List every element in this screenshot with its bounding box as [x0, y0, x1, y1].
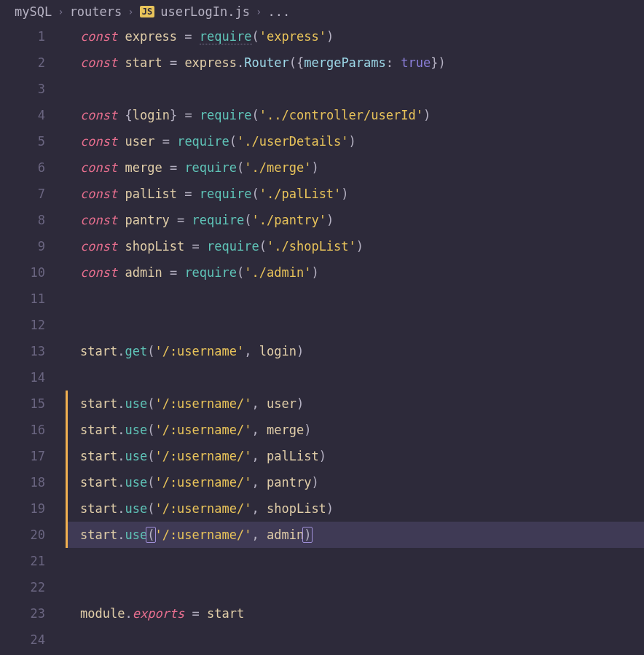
code-line[interactable]: start.use('/:username/', palList): [66, 443, 644, 469]
line-number[interactable]: 13: [0, 338, 45, 364]
code-line[interactable]: const merge = require('./merge'): [66, 154, 644, 181]
code-content[interactable]: const express = require('express') const…: [66, 23, 644, 653]
line-number[interactable]: 12: [0, 312, 45, 338]
line-number[interactable]: 21: [0, 548, 45, 574]
line-number[interactable]: 17: [0, 443, 45, 469]
line-number[interactable]: 24: [0, 627, 45, 653]
code-line[interactable]: [66, 312, 644, 338]
modified-indicator: [66, 522, 68, 548]
chevron-right-icon: ›: [256, 6, 262, 17]
modified-indicator: [66, 495, 68, 522]
code-line[interactable]: const {login} = require('../controller/u…: [66, 102, 644, 128]
modified-indicator: [66, 417, 68, 443]
code-line[interactable]: [66, 364, 644, 391]
code-line[interactable]: const start = express.Router({mergeParam…: [66, 50, 644, 76]
breadcrumb-item[interactable]: ...: [267, 4, 290, 19]
code-editor[interactable]: 1 2 3 4 5 6 7 8 9 10 11 12 13 14 15 16 1…: [0, 23, 644, 653]
line-number[interactable]: 18: [0, 469, 45, 495]
line-number[interactable]: 20: [0, 522, 45, 548]
line-number[interactable]: 4: [0, 102, 45, 128]
js-file-icon: JS: [140, 6, 154, 17]
code-line[interactable]: const palList = require('./palList'): [66, 181, 644, 207]
line-number-gutter[interactable]: 1 2 3 4 5 6 7 8 9 10 11 12 13 14 15 16 1…: [0, 23, 66, 653]
line-number[interactable]: 14: [0, 364, 45, 391]
code-line[interactable]: [66, 76, 644, 102]
line-number[interactable]: 15: [0, 391, 45, 417]
code-line[interactable]: start.use('/:username/', pantry): [66, 469, 644, 495]
breadcrumb-item[interactable]: userLogIn.js: [160, 4, 250, 19]
code-line[interactable]: [66, 548, 644, 574]
breadcrumb-item[interactable]: mySQL: [15, 4, 52, 19]
line-number[interactable]: 1: [0, 23, 45, 50]
code-line[interactable]: const user = require('./userDetails'): [66, 128, 644, 154]
line-number[interactable]: 3: [0, 76, 45, 102]
code-line[interactable]: module.exports = start: [66, 600, 644, 627]
modified-indicator: [66, 443, 68, 469]
code-line[interactable]: start.use('/:username/', shopList): [66, 495, 644, 522]
line-number[interactable]: 7: [0, 181, 45, 207]
chevron-right-icon: ›: [127, 6, 133, 17]
line-number[interactable]: 5: [0, 128, 45, 154]
code-line[interactable]: const pantry = require('./pantry'): [66, 207, 644, 233]
code-line[interactable]: start.use('/:username/', merge): [66, 417, 644, 443]
line-number[interactable]: 11: [0, 286, 45, 312]
line-number[interactable]: 2: [0, 50, 45, 76]
line-number[interactable]: 16: [0, 417, 45, 443]
bracket-match-icon: ): [302, 527, 313, 543]
line-number[interactable]: 9: [0, 233, 45, 259]
modified-indicator: [66, 391, 68, 417]
breadcrumb[interactable]: mySQL › routers › JS userLogIn.js › ...: [0, 0, 644, 23]
modified-indicator: [66, 469, 68, 495]
code-line[interactable]: start.get('/:username', login): [66, 338, 644, 364]
code-line-active[interactable]: start.use('/:username/', admin): [66, 522, 644, 548]
line-number[interactable]: 22: [0, 574, 45, 600]
line-number[interactable]: 6: [0, 154, 45, 181]
chevron-right-icon: ›: [58, 6, 63, 17]
line-number[interactable]: 23: [0, 600, 45, 627]
code-line[interactable]: const shopList = require('./shopList'): [66, 233, 644, 259]
code-line[interactable]: [66, 627, 644, 653]
code-line[interactable]: [66, 574, 644, 600]
code-line[interactable]: const admin = require('./admin'): [66, 259, 644, 286]
code-line[interactable]: [66, 286, 644, 312]
line-number[interactable]: 8: [0, 207, 45, 233]
breadcrumb-item[interactable]: routers: [70, 4, 122, 19]
line-number[interactable]: 10: [0, 259, 45, 286]
code-line[interactable]: start.use('/:username/', user): [66, 391, 644, 417]
code-line[interactable]: const express = require('express'): [66, 23, 644, 50]
line-number[interactable]: 19: [0, 495, 45, 522]
